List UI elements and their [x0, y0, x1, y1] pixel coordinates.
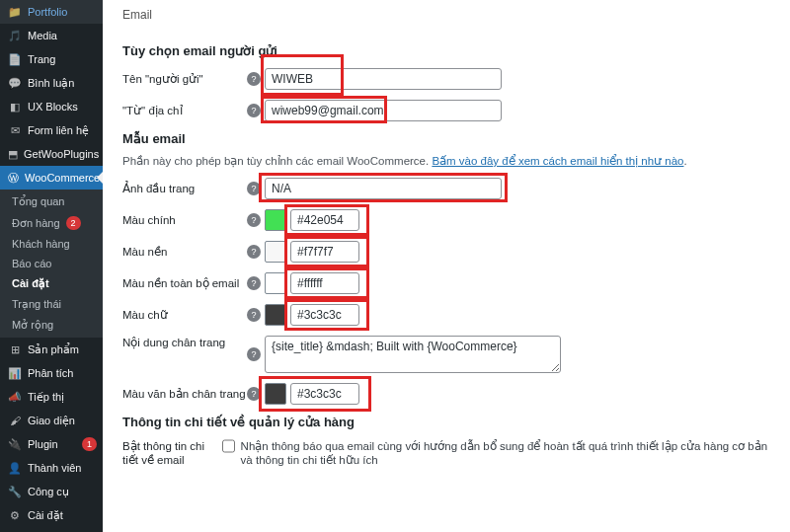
submenu-customers[interactable]: Khách hàng [0, 234, 103, 254]
help-icon[interactable]: ? [247, 245, 261, 259]
product-icon: ⊞ [8, 342, 22, 356]
marketing-icon: 📣 [8, 390, 22, 404]
brush-icon: 🖌 [8, 414, 22, 427]
sidebar-item-appearance[interactable]: 🖌Giao diện [0, 409, 103, 432]
submenu-reports[interactable]: Báo cáo [0, 254, 103, 273]
help-icon[interactable]: ? [247, 347, 261, 361]
media-icon: 🎵 [8, 29, 22, 42]
sidebar-item-uxblocks[interactable]: ◧UX Blocks [0, 95, 103, 118]
sidebar-submenu: Tổng quan Đơn hàng2 Khách hàng Báo cáo C… [0, 190, 103, 338]
body-bg-input[interactable] [290, 272, 359, 294]
woo-icon: Ⓦ [8, 171, 19, 185]
sidebar-item-tools[interactable]: 🔧Công cụ [0, 480, 103, 503]
comment-icon: 💬 [8, 76, 22, 90]
footer-color-swatch[interactable] [265, 383, 286, 405]
bg-color-input[interactable] [290, 241, 359, 263]
section-template-title: Mẫu email [122, 131, 770, 146]
submenu-orders[interactable]: Đơn hàng2 [0, 212, 103, 234]
from-address-input[interactable] [265, 100, 502, 121]
base-color-input[interactable] [290, 209, 359, 231]
help-icon[interactable]: ? [247, 387, 261, 401]
footer-text-input[interactable] [265, 336, 561, 373]
from-address-label: "Từ" địa chỉ [122, 104, 247, 117]
sidebar-item-pages[interactable]: 📄Trang [0, 47, 103, 71]
sidebar-item-analytics[interactable]: 📊Phân tích [0, 361, 103, 385]
footer-text-label: Nội dung chân trang [122, 336, 247, 349]
plugin-icon: ⬒ [8, 147, 18, 161]
submenu-overview[interactable]: Tổng quan [0, 191, 103, 212]
sidebar-item-marketing[interactable]: 📣Tiếp thị [0, 385, 103, 409]
user-icon: 👤 [8, 461, 22, 475]
gear-icon: ⚙ [8, 508, 22, 522]
text-color-swatch[interactable] [265, 304, 286, 326]
sidebar-item-products[interactable]: ⊞Sản phẩm [0, 338, 103, 361]
page-icon: 📄 [8, 52, 22, 66]
sender-name-input[interactable] [265, 68, 502, 90]
wrench-icon: 🔧 [8, 485, 22, 498]
help-icon[interactable]: ? [247, 308, 261, 322]
sidebar-item-media[interactable]: 🎵Media [0, 24, 103, 47]
sidebar-item-plugins[interactable]: 🔌Plugin1 [0, 432, 103, 456]
text-color-label: Màu chữ [122, 308, 247, 322]
body-bg-swatch[interactable] [265, 272, 286, 294]
template-desc: Phần này cho phép bạn tùy chỉnh các emai… [122, 154, 770, 168]
plugin-badge: 1 [82, 437, 97, 451]
help-icon[interactable]: ? [247, 72, 261, 86]
analytics-icon: 📊 [8, 366, 22, 380]
enable-details-desc: Nhận thông báo qua email cùng với hướng … [241, 439, 770, 467]
sidebar-item-users[interactable]: 👤Thành viên [0, 456, 103, 480]
sidebar-item-portfolio[interactable]: 📁Portfolio [0, 0, 103, 24]
sidebar-item-comments[interactable]: 💬Bình luận [0, 71, 103, 95]
submenu-extensions[interactable]: Mở rộng [0, 315, 103, 336]
orders-badge: 2 [66, 216, 81, 230]
text-color-input[interactable] [290, 304, 359, 326]
main-content: Email Tùy chọn email người gửi Tên "ngườ… [103, 0, 790, 532]
footer-color-input[interactable] [290, 383, 359, 405]
header-img-label: Ảnh đầu trang [122, 182, 247, 195]
bg-color-label: Màu nền [122, 245, 247, 259]
enable-details-checkbox[interactable] [222, 439, 235, 453]
help-icon[interactable]: ? [247, 182, 261, 195]
body-bg-label: Màu nền toàn bộ email [122, 276, 247, 290]
header-img-input[interactable] [265, 178, 502, 199]
sidebar-item-smtp[interactable]: ✉Easy WP SMTP [0, 527, 103, 532]
submenu-status[interactable]: Trạng thái [0, 294, 103, 315]
sidebar-item-woocommerce[interactable]: ⓌWooCommerce [0, 166, 103, 190]
help-icon[interactable]: ? [247, 213, 261, 227]
section-store-title: Thông tin chi tiết về quản lý cửa hàng [122, 415, 770, 429]
sidebar-item-contactform[interactable]: ✉Form liên hệ [0, 118, 103, 142]
help-icon[interactable]: ? [247, 276, 261, 290]
submenu-settings[interactable]: Cài đặt [0, 273, 103, 294]
admin-sidebar: 📁Portfolio 🎵Media 📄Trang 💬Bình luận ◧UX … [0, 0, 103, 532]
help-icon[interactable]: ? [247, 104, 261, 117]
section-sender-title: Tùy chọn email người gửi [122, 43, 770, 58]
folder-icon: 📁 [8, 5, 22, 19]
enable-details-label: Bật thông tin chi tiết về email [122, 439, 222, 467]
sidebar-item-getwoo[interactable]: ⬒GetWooPlugins [0, 142, 103, 166]
preview-link[interactable]: Bấm vào đây để xem cách email hiển thị n… [432, 155, 683, 167]
blocks-icon: ◧ [8, 100, 22, 114]
sidebar-item-settings[interactable]: ⚙Cài đặt [0, 503, 103, 527]
breadcrumb: Email [103, 0, 790, 28]
mail-icon: ✉ [8, 123, 22, 137]
base-color-label: Màu chính [122, 214, 247, 226]
footer-color-label: Màu văn bản chân trang [122, 387, 247, 401]
base-color-swatch[interactable] [265, 209, 286, 231]
bg-color-swatch[interactable] [265, 241, 286, 263]
sender-name-label: Tên "người gửi" [122, 72, 247, 86]
plugin-icon: 🔌 [8, 437, 22, 451]
